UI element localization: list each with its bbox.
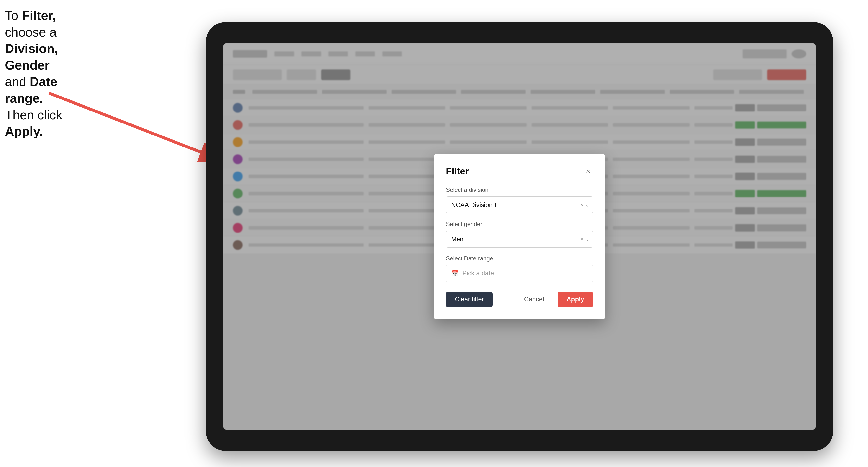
date-label: Select Date range — [446, 255, 593, 262]
instruction-line4: Then click Apply. — [5, 108, 62, 139]
tablet-frame: Filter × Select a division NCAA Division… — [206, 22, 833, 451]
modal-header: Filter × — [446, 166, 593, 177]
division-form-group: Select a division NCAA Division I NCAA D… — [446, 186, 593, 213]
date-input[interactable]: 📅 Pick a date — [446, 265, 593, 282]
instruction-bold2: Division, Gender — [5, 41, 58, 72]
gender-clear-icon[interactable]: × — [580, 236, 583, 242]
division-label: Select a division — [446, 186, 593, 193]
filter-modal: Filter × Select a division NCAA Division… — [434, 154, 605, 319]
division-clear-icon[interactable]: × — [580, 201, 583, 208]
clear-filter-button[interactable]: Clear filter — [446, 292, 493, 307]
instruction-text: To Filter, choose a Division, Gender and… — [5, 7, 79, 140]
instruction-line3: and Date range. — [5, 74, 57, 105]
instruction-line1: To Filter, choose a — [5, 8, 57, 39]
gender-label: Select gender — [446, 221, 593, 228]
date-form-group: Select Date range 📅 Pick a date — [446, 255, 593, 282]
cancel-button[interactable]: Cancel — [515, 292, 553, 307]
apply-button[interactable]: Apply — [558, 292, 593, 307]
modal-footer: Clear filter Cancel Apply — [446, 292, 593, 307]
division-select[interactable]: NCAA Division I NCAA Division II NCAA Di… — [446, 196, 593, 213]
footer-right-buttons: Cancel Apply — [515, 292, 593, 307]
calendar-icon: 📅 — [451, 270, 459, 277]
modal-close-button[interactable]: × — [583, 166, 593, 176]
modal-title: Filter — [446, 166, 469, 177]
division-select-wrapper: NCAA Division I NCAA Division II NCAA Di… — [446, 196, 593, 213]
date-placeholder: Pick a date — [462, 270, 494, 277]
gender-form-group: Select gender Men Women × ⌄ — [446, 221, 593, 248]
gender-select-wrapper: Men Women × ⌄ — [446, 230, 593, 248]
modal-overlay: Filter × Select a division NCAA Division… — [223, 43, 816, 430]
gender-select[interactable]: Men Women — [446, 230, 593, 248]
tablet-screen: Filter × Select a division NCAA Division… — [223, 43, 816, 430]
